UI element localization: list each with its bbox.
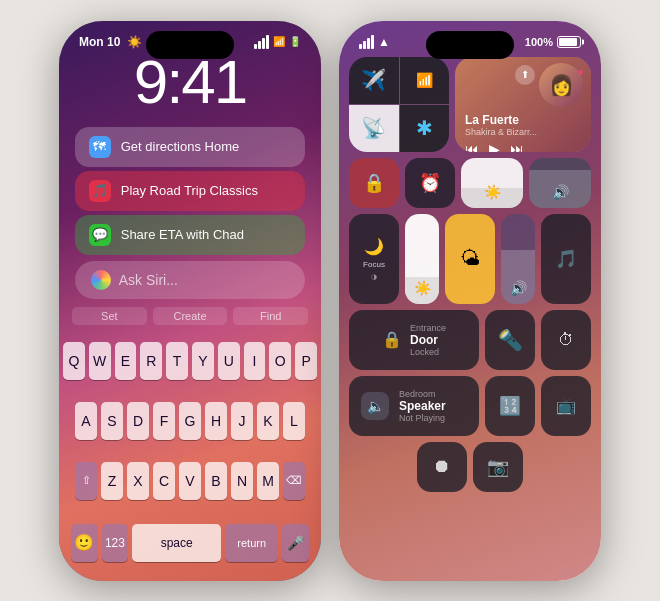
record-icon: ⏺ (433, 456, 451, 477)
siri-ask-field[interactable]: Ask Siri... (75, 261, 306, 299)
music-icon: 🎵 (89, 180, 111, 202)
kb-row-3: ⇧ Z X C V B N M ⌫ (63, 462, 317, 500)
key-x[interactable]: X (127, 462, 149, 500)
kbd-find[interactable]: Find (233, 307, 308, 325)
bluetooth-toggle[interactable]: ✱ (400, 105, 450, 152)
key-return[interactable]: return (225, 524, 278, 562)
key-a[interactable]: A (75, 402, 97, 440)
speaker-block[interactable]: 🔈 Bedroom Speaker Not Playing (349, 376, 479, 436)
kbd-set[interactable]: Set (72, 307, 147, 325)
record-button[interactable]: ⏺ (417, 442, 467, 492)
key-mic[interactable]: 🎤 (282, 524, 309, 562)
key-t[interactable]: T (166, 342, 188, 380)
prev-button[interactable]: ⏮ (465, 141, 479, 152)
siri-item-directions[interactable]: 🗺 Get directions Home (75, 127, 306, 167)
camera-button[interactable]: 📷 (473, 442, 523, 492)
torch-block[interactable]: 🔦 (485, 310, 535, 370)
key-o[interactable]: O (269, 342, 291, 380)
brightness-icon: ☀️ (484, 184, 501, 200)
key-h[interactable]: H (205, 402, 227, 440)
next-button[interactable]: ⏭ (510, 141, 524, 152)
siri-item-music[interactable]: 🎵 Play Road Trip Classics (75, 171, 306, 211)
key-s[interactable]: S (101, 402, 123, 440)
right-screen: ▲ 100% ✈️ 📶 (339, 21, 601, 581)
left-screen: Mon 10 ☀️ Tiburon 📶 🔋 9:41 🗺 Ge (59, 21, 321, 581)
now-playing-info: La Fuerte Shakira & Bizarr... (465, 113, 581, 137)
sun-icon: 🌤 (460, 247, 480, 270)
brightness-slider[interactable]: ☀️ (461, 158, 523, 208)
key-emoji[interactable]: 🙂 (71, 524, 98, 562)
cc-row-1: ✈️ 📶 📡 ✱ ⬆ 👩 ♥ (349, 57, 591, 152)
bluetooth-icon: ✱ (416, 116, 433, 140)
siri-suggestions: 🗺 Get directions Home 🎵 Play Road Trip C… (75, 127, 306, 255)
key-q[interactable]: Q (63, 342, 85, 380)
key-z[interactable]: Z (101, 462, 123, 500)
playback-controls: ⏮ ▶ ⏭ (465, 141, 581, 152)
control-center-grid: ✈️ 📶 📡 ✱ ⬆ 👩 ♥ (339, 57, 601, 581)
speaker-status: Not Playing (399, 413, 446, 423)
key-w[interactable]: W (89, 342, 111, 380)
alarm-button[interactable]: ⏰ (405, 158, 455, 208)
now-playing-block[interactable]: ⬆ 👩 ♥ La Fuerte Shakira & Bizarr... ⏮ ▶ … (455, 57, 591, 152)
key-j[interactable]: J (231, 402, 253, 440)
mirror-icon: 📺 (556, 396, 576, 415)
key-p[interactable]: P (295, 342, 317, 380)
calc-icon: 🔢 (499, 395, 521, 417)
entrance-door-block[interactable]: 🔒 Entrance Door Locked (349, 310, 479, 370)
airplane-icon: ✈️ (361, 68, 386, 92)
weather-block[interactable]: 🌤 (445, 214, 495, 304)
moon-icon: 🌙 (364, 237, 384, 256)
timer-block[interactable]: ⏱ (541, 310, 591, 370)
phone-right: ▲ 100% ✈️ 📶 (339, 21, 601, 581)
key-g[interactable]: G (179, 402, 201, 440)
key-b[interactable]: B (205, 462, 227, 500)
key-l[interactable]: L (283, 402, 305, 440)
focus-block[interactable]: 🌙 Focus ◑ (349, 214, 399, 304)
key-m[interactable]: M (257, 462, 279, 500)
battery-percent: 100% (525, 36, 553, 48)
key-r[interactable]: R (140, 342, 162, 380)
key-v[interactable]: V (179, 462, 201, 500)
cellular-data[interactable]: 📶 (400, 57, 450, 104)
cc-row-5: 🔈 Bedroom Speaker Not Playing 🔢 📺 (349, 376, 591, 436)
cc-row-4: 🔒 Entrance Door Locked 🔦 ⏱ (349, 310, 591, 370)
battery-fill (559, 38, 577, 46)
brightness-slider-large[interactable]: ☀️ (405, 214, 439, 304)
siri-item-eta[interactable]: 💬 Share ETA with Chad (75, 215, 306, 255)
play-pause-button[interactable]: ▶ (489, 141, 500, 152)
music-note-icon: 🎵 (555, 248, 577, 270)
key-num[interactable]: 123 (102, 524, 129, 562)
key-c[interactable]: C (153, 462, 175, 500)
key-k[interactable]: K (257, 402, 279, 440)
key-y[interactable]: Y (192, 342, 214, 380)
airplane-mode[interactable]: ✈️ (349, 57, 399, 104)
key-delete[interactable]: ⌫ (283, 462, 305, 500)
network-block[interactable]: ✈️ 📶 📡 ✱ (349, 57, 449, 152)
status-icons-left: 📶 🔋 (254, 35, 301, 49)
track-artist: Shakira & Bizarr... (465, 127, 581, 137)
siri-placeholder: Ask Siri... (119, 272, 178, 288)
key-i[interactable]: I (244, 342, 266, 380)
expand-icon[interactable]: ⬆ (515, 65, 535, 85)
key-shift[interactable]: ⇧ (75, 462, 97, 500)
volume-slider-large[interactable]: 🔊 (501, 214, 535, 304)
wifi-toggle[interactable]: 📡 (349, 105, 399, 152)
speaker-room: Bedroom (399, 389, 446, 399)
cc-row-2: 🔒 ⏰ ☀️ 🔊 (349, 158, 591, 208)
screen-mirror-block[interactable]: 📺 (541, 376, 591, 436)
key-d[interactable]: D (127, 402, 149, 440)
key-e[interactable]: E (115, 342, 137, 380)
volume-slider[interactable]: 🔊 (529, 158, 591, 208)
music-note-block[interactable]: 🎵 (541, 214, 591, 304)
lock-time: 9:41 (134, 51, 247, 113)
track-title: La Fuerte (465, 113, 581, 127)
key-space[interactable]: space (132, 524, 221, 562)
key-f[interactable]: F (153, 402, 175, 440)
kbd-create[interactable]: Create (153, 307, 228, 325)
calculator-block[interactable]: 🔢 (485, 376, 535, 436)
lock-rotation-button[interactable]: 🔒 (349, 158, 399, 208)
cellular-icon: 📶 (416, 72, 433, 88)
cc-row-3: 🌙 Focus ◑ ☀️ 🌤 🔊 🎵 (349, 214, 591, 304)
key-u[interactable]: U (218, 342, 240, 380)
key-n[interactable]: N (231, 462, 253, 500)
